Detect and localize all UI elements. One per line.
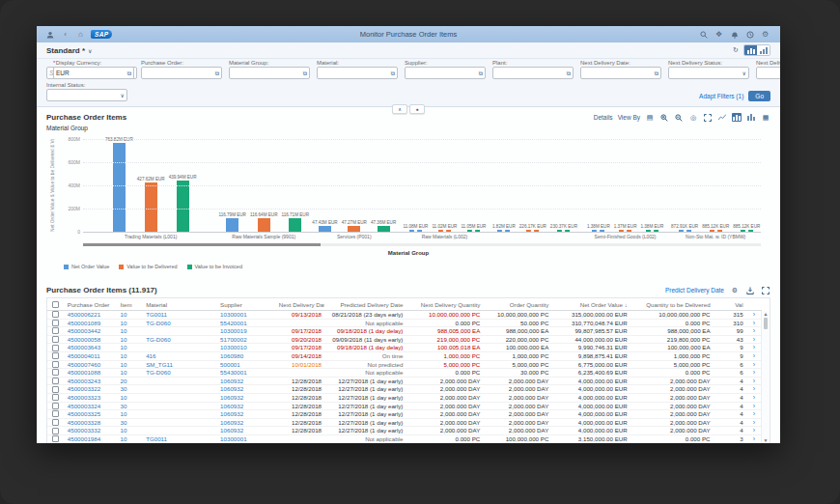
- purchase-order-link[interactable]: 4500004011: [65, 351, 118, 360]
- supplier-link[interactable]: 10300019: [217, 327, 276, 336]
- recent-activity-icon[interactable]: [744, 29, 755, 40]
- bar-value-to-be-invoiced[interactable]: [467, 230, 480, 232]
- row-checkbox[interactable]: [52, 378, 59, 384]
- user-icon[interactable]: [44, 29, 55, 40]
- supplier-link[interactable]: 500001: [217, 360, 276, 369]
- supplier-link[interactable]: 10300001: [217, 311, 276, 320]
- material-link[interactable]: [143, 344, 217, 352]
- bar-net-order-value[interactable]: [319, 226, 331, 232]
- column-header-val[interactable]: Val: [714, 298, 746, 311]
- chart-view-button[interactable]: [744, 45, 757, 55]
- row-checkbox[interactable]: [52, 386, 59, 393]
- row-checkbox[interactable]: [52, 327, 59, 334]
- dropdown-arrow-icon[interactable]: ∨: [121, 93, 125, 98]
- scroll-up-icon[interactable]: ▲: [764, 311, 769, 317]
- purchase-order-link[interactable]: 4500001089: [65, 319, 118, 327]
- filter-input-next-delivery-date[interactable]: ⧉: [580, 67, 661, 79]
- row-checkbox[interactable]: [52, 352, 59, 359]
- column-header-predicted-delivery-date[interactable]: Predicted Delivery Date: [324, 298, 406, 311]
- bar-value-to-be-invoiced[interactable]: [378, 226, 390, 232]
- collapse-header-button[interactable]: ∧: [392, 104, 407, 114]
- column-header-next-delivery-date[interactable]: Next Delivery Date: [276, 298, 324, 311]
- row-navigation-icon[interactable]: ›: [746, 427, 762, 435]
- bar-value-to-be-delivered[interactable]: [145, 182, 157, 232]
- supplier-link[interactable]: 55420001: [217, 319, 276, 327]
- purchase-order-link[interactable]: 4500006221: [65, 311, 118, 320]
- value-help-icon[interactable]: ⧉: [391, 70, 395, 76]
- material-link[interactable]: 416: [143, 351, 217, 360]
- row-navigation-icon[interactable]: ›: [746, 369, 762, 378]
- column-header-supplier[interactable]: Supplier: [217, 298, 276, 311]
- sync-icon[interactable]: ↻: [731, 46, 741, 55]
- row-navigation-icon[interactable]: ›: [746, 351, 762, 360]
- back-icon[interactable]: ‹: [60, 29, 70, 40]
- supplier-link[interactable]: 10300010: [217, 344, 276, 352]
- zoom-reset-icon[interactable]: ◎: [688, 113, 698, 122]
- table-settings-icon[interactable]: ⚙: [730, 286, 740, 294]
- material-link[interactable]: [143, 402, 217, 410]
- bar-value-to-be-invoiced[interactable]: [741, 230, 753, 232]
- column-header-next-delivery-quantity[interactable]: Next Delivery Quantity: [406, 298, 483, 311]
- supplier-link[interactable]: 55430001: [217, 369, 276, 378]
- supplier-link[interactable]: 1060932: [217, 393, 276, 402]
- vertical-scrollbar-thumb[interactable]: [764, 318, 768, 329]
- row-checkbox[interactable]: [52, 419, 59, 426]
- bar-net-order-value[interactable]: [226, 218, 238, 232]
- value-help-icon[interactable]: ⧉: [479, 70, 483, 76]
- row-navigation-icon[interactable]: ›: [746, 410, 762, 419]
- purchase-order-link[interactable]: 4500003643: [65, 344, 118, 352]
- dropdown-arrow-icon[interactable]: ∨: [742, 70, 746, 76]
- filter-input-material-group[interactable]: ⧉: [229, 67, 310, 79]
- value-help-icon[interactable]: ⧉: [655, 70, 658, 76]
- material-link[interactable]: [143, 385, 217, 394]
- supplier-link[interactable]: 1060932: [217, 377, 276, 385]
- purchase-order-link[interactable]: 4500003324: [65, 402, 118, 410]
- value-help-icon[interactable]: ⧉: [303, 70, 307, 76]
- column-header-net-order-value[interactable]: Net Order Value ↓: [551, 298, 630, 311]
- purchase-order-link[interactable]: 4500003243: [65, 377, 118, 385]
- bar-value-to-be-delivered[interactable]: [438, 230, 451, 232]
- bar-value-to-be-invoiced[interactable]: [557, 230, 570, 232]
- bar-value-to-be-delivered[interactable]: [526, 230, 539, 232]
- details-button[interactable]: Details: [594, 114, 613, 121]
- purchase-order-link[interactable]: 4500000058: [65, 335, 118, 344]
- bar-net-order-value[interactable]: [679, 230, 691, 232]
- supplier-link[interactable]: 10300001: [217, 434, 276, 443]
- scroll-down-icon[interactable]: ▼: [764, 437, 769, 443]
- row-checkbox[interactable]: [52, 361, 59, 368]
- row-navigation-icon[interactable]: ›: [746, 377, 762, 385]
- home-icon[interactable]: ⌂: [75, 29, 86, 40]
- line-chart-type-icon[interactable]: [717, 113, 727, 122]
- legend-item-value-to-be-invoiced[interactable]: Value to be Invoiced: [187, 264, 242, 269]
- row-navigation-icon[interactable]: ›: [746, 319, 762, 327]
- row-navigation-icon[interactable]: ›: [746, 360, 762, 369]
- column-header-purchase-order[interactable]: Purchase Order: [65, 298, 118, 311]
- chart-scrollbar-thumb[interactable]: [83, 243, 321, 246]
- supplier-link[interactable]: 1060932: [217, 402, 276, 410]
- material-link[interactable]: [143, 327, 217, 336]
- select-all-checkbox[interactable]: [52, 301, 59, 308]
- material-link[interactable]: SM_TG11: [143, 360, 217, 369]
- row-checkbox[interactable]: [52, 336, 59, 343]
- row-navigation-icon[interactable]: ›: [746, 327, 762, 336]
- supplier-link[interactable]: 1060932: [217, 418, 276, 427]
- table-chart-type-icon[interactable]: ▦: [761, 113, 770, 122]
- bar-value-to-be-delivered[interactable]: [348, 226, 360, 232]
- copilot-icon[interactable]: ❖: [714, 29, 724, 40]
- bar-value-to-be-delivered[interactable]: [619, 230, 631, 232]
- row-checkbox[interactable]: [52, 410, 59, 417]
- go-button[interactable]: Go: [748, 91, 770, 101]
- material-link[interactable]: TG-D060: [143, 369, 217, 378]
- purchase-order-link[interactable]: 4500001984: [65, 434, 118, 443]
- material-link[interactable]: TG-D060: [143, 319, 217, 327]
- purchase-order-link[interactable]: 4500001088: [65, 369, 118, 378]
- bar-value-to-be-delivered[interactable]: [710, 230, 722, 232]
- material-link[interactable]: TG0011: [143, 311, 217, 320]
- row-checkbox[interactable]: [52, 311, 59, 318]
- bar-value-to-be-invoiced[interactable]: [646, 230, 658, 232]
- internal-status-select[interactable]: ∨: [46, 89, 127, 101]
- bar-net-order-value[interactable]: [113, 143, 126, 232]
- row-navigation-icon[interactable]: ›: [746, 418, 762, 427]
- supplier-link[interactable]: 51700002: [217, 335, 276, 344]
- purchase-order-link[interactable]: 4500003328: [65, 418, 118, 427]
